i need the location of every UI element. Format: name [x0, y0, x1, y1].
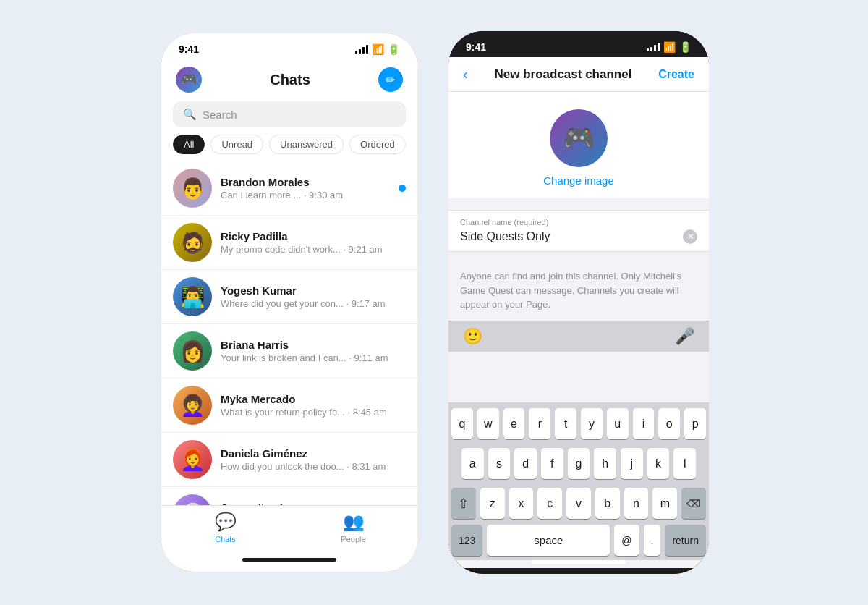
chat-info: Ricky Padilla My promo code didn't work.…: [221, 230, 406, 255]
phones-container: 9:41 📶 🔋 🎮 Chats ✏: [0, 17, 868, 588]
channel-name-input-row: Side Quests Only ✕: [460, 229, 697, 244]
search-bar[interactable]: 🔍 Search: [173, 101, 406, 127]
right-home-indicator: [532, 560, 626, 564]
table-row[interactable]: 👩 Briana Harris Your link is broken and …: [161, 324, 417, 378]
key-v[interactable]: v: [566, 488, 591, 519]
key-q[interactable]: q: [451, 408, 473, 439]
at-key[interactable]: @: [614, 525, 639, 556]
key-t[interactable]: t: [555, 408, 576, 439]
broadcast-title: New broadcast channel: [494, 67, 631, 82]
key-g[interactable]: g: [568, 448, 590, 479]
key-h[interactable]: h: [594, 448, 616, 479]
key-p[interactable]: p: [684, 408, 706, 439]
key-u[interactable]: u: [607, 408, 629, 439]
chat-name: Brandon Morales: [221, 176, 390, 188]
key-b[interactable]: b: [595, 488, 620, 519]
filter-tab-all[interactable]: All: [173, 135, 205, 154]
key-a[interactable]: a: [461, 448, 484, 479]
chats-nav-icon: 💬: [215, 512, 237, 532]
keyboard-row-2: a s d f g h j k l: [448, 442, 709, 482]
emoji-icon[interactable]: 🙂: [463, 327, 482, 346]
nav-item-chats[interactable]: 💬 Chats: [161, 512, 289, 543]
space-key[interactable]: space: [487, 525, 610, 556]
filter-tab-unanswered[interactable]: Unanswered: [269, 135, 344, 154]
chat-name: Briana Harris: [221, 339, 406, 351]
bar1: [647, 48, 649, 51]
key-f[interactable]: f: [541, 448, 563, 479]
filter-tab-unread[interactable]: Unread: [210, 135, 263, 154]
key-s[interactable]: s: [488, 448, 511, 479]
chats-screen: 🎮 Chats ✏ 🔍 Search All Unread Unanswered…: [161, 59, 417, 566]
channel-name-section: Channel name (required) Side Quests Only…: [448, 210, 709, 252]
compose-button[interactable]: ✏: [378, 67, 403, 92]
shift-key[interactable]: ⇧: [451, 488, 476, 519]
table-row[interactable]: 🧔 Ricky Padilla My promo code didn't wor…: [161, 216, 417, 270]
table-row[interactable]: 👩‍🦰 Daniela Giménez How did you unlock t…: [161, 433, 417, 487]
channel-name-input[interactable]: Side Quests Only: [460, 230, 550, 243]
microphone-icon[interactable]: 🎤: [675, 327, 694, 346]
return-key[interactable]: return: [665, 525, 706, 556]
clear-button[interactable]: ✕: [683, 229, 697, 244]
avatar-emoji: 🎮: [181, 72, 197, 88]
bar3: [654, 45, 656, 51]
bar2: [650, 47, 652, 51]
create-button[interactable]: Create: [658, 68, 694, 81]
chat-preview: What is your return policy fo... · 8:45 …: [221, 407, 406, 418]
keyboard: q w e r t y u i o p a s d f g: [448, 402, 709, 560]
chat-name: Ricky Padilla: [221, 230, 406, 242]
back-button[interactable]: ‹: [463, 66, 468, 82]
user-avatar[interactable]: 🎮: [176, 67, 202, 93]
chat-preview: Your link is broken and I can... · 9:11 …: [221, 352, 406, 363]
left-phone: 9:41 📶 🔋 🎮 Chats ✏: [159, 31, 420, 574]
people-nav-icon: 👥: [343, 512, 365, 532]
chat-info: Brandon Morales Can I learn more ... · 9…: [221, 176, 390, 200]
avatar: 🧔: [173, 223, 212, 262]
key-k[interactable]: k: [647, 448, 670, 479]
key-c[interactable]: c: [537, 488, 562, 519]
table-row[interactable]: 👩‍🦳 Jacqueline Lam Your link is broken a…: [161, 487, 417, 505]
backspace-key[interactable]: ⌫: [681, 488, 706, 519]
left-time: 9:41: [179, 43, 199, 55]
key-i[interactable]: i: [633, 408, 655, 439]
chats-header: 🎮 Chats ✏: [161, 59, 417, 98]
key-j[interactable]: j: [621, 448, 643, 479]
people-nav-label: People: [341, 535, 365, 543]
unread-badge: [399, 185, 406, 192]
search-icon: 🔍: [183, 108, 197, 121]
key-o[interactable]: o: [658, 408, 680, 439]
key-l[interactable]: l: [673, 448, 696, 479]
avatar: 👩‍🦰: [173, 440, 212, 479]
right-status-icons: 📶 🔋: [647, 41, 692, 53]
table-row[interactable]: 👨 Brandon Morales Can I learn more ... ·…: [161, 161, 417, 216]
right-phone: 9:41 📶 🔋 ‹ New broadcast channel Create: [448, 31, 709, 574]
key-r[interactable]: r: [529, 408, 550, 439]
key-x[interactable]: x: [509, 488, 534, 519]
chat-info: Yogesh Kumar Where did you get your con.…: [221, 284, 406, 309]
table-row[interactable]: 👨‍💻 Yogesh Kumar Where did you get your …: [161, 270, 417, 324]
chat-preview: Can I learn more ... · 9:30 am: [221, 190, 390, 200]
channel-description: Anyone can find and join this channel. O…: [448, 261, 709, 321]
left-status-icons: 📶 🔋: [355, 43, 400, 55]
key-y[interactable]: y: [581, 408, 603, 439]
avatar: 👩‍🦱: [173, 386, 212, 425]
key-m[interactable]: m: [652, 488, 677, 519]
key-e[interactable]: e: [503, 408, 525, 439]
key-z[interactable]: z: [480, 488, 505, 519]
keyboard-toolbar: 🙂 🎤: [448, 321, 709, 352]
avatar: 👩: [173, 331, 212, 371]
numbers-key[interactable]: 123: [451, 525, 482, 556]
change-image-button[interactable]: Change image: [543, 174, 614, 187]
keyboard-row-1: q w e r t y u i o p: [448, 402, 709, 442]
nav-item-people[interactable]: 👥 People: [289, 512, 417, 543]
chat-name: Myka Mercado: [221, 393, 406, 405]
channel-avatar[interactable]: 🎮: [550, 109, 608, 167]
filter-tabs: All Unread Unanswered Ordered: [161, 135, 417, 161]
left-status-bar: 9:41 📶 🔋: [161, 33, 417, 59]
table-row[interactable]: 👩‍🦱 Myka Mercado What is your return pol…: [161, 378, 417, 433]
channel-image-section: 🎮 Change image: [448, 92, 709, 198]
key-d[interactable]: d: [514, 448, 537, 479]
key-n[interactable]: n: [624, 488, 649, 519]
key-w[interactable]: w: [477, 408, 499, 439]
filter-tab-ordered[interactable]: Ordered: [349, 135, 406, 154]
period-key[interactable]: .: [644, 525, 661, 556]
